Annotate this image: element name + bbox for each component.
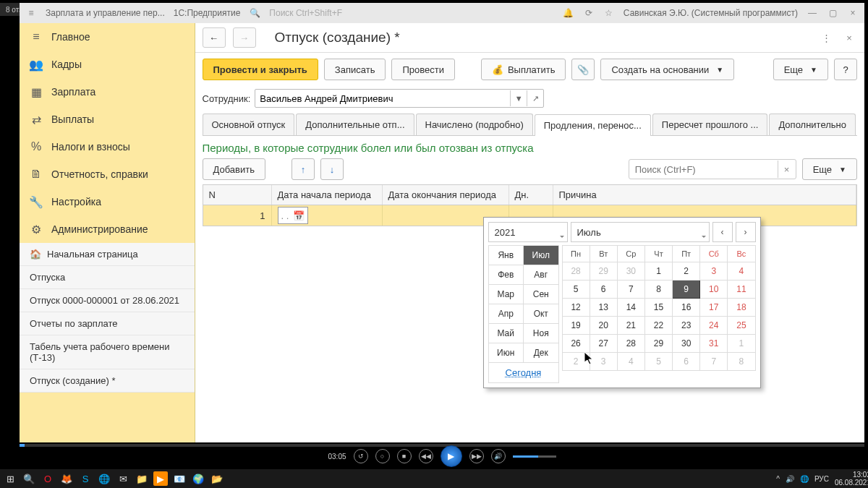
day-cell[interactable]: 1 (644, 262, 672, 281)
month-cell[interactable]: Фев (488, 265, 523, 285)
month-cell[interactable]: Дек (523, 343, 558, 363)
month-cell[interactable]: Янв (488, 246, 523, 265)
post-close-button[interactable]: Провести и закрыть (203, 59, 318, 80)
sound-icon[interactable]: 🔊 (786, 475, 794, 483)
day-cell[interactable]: 12 (562, 299, 590, 317)
year-select[interactable]: 2021 (488, 222, 568, 242)
day-cell[interactable]: 24 (700, 317, 728, 335)
stop-button[interactable]: ↺ (354, 449, 368, 463)
day-cell[interactable]: 28 (617, 335, 644, 353)
sidebar-item-3[interactable]: ⇄Выплаты (20, 106, 195, 133)
search-box[interactable]: × (629, 159, 796, 179)
day-cell[interactable]: 11 (728, 281, 755, 299)
history-icon[interactable]: ⟳ (583, 7, 595, 19)
lang-indicator[interactable]: РУС (814, 475, 829, 483)
move-down-button[interactable]: ↓ (320, 158, 344, 180)
day-cell[interactable]: 7 (617, 281, 644, 299)
stop2-button[interactable]: ■ (397, 449, 412, 463)
add-button[interactable]: Добавить (203, 158, 265, 180)
volume-slider[interactable] (513, 455, 556, 458)
help-button[interactable]: ? (834, 59, 857, 80)
sidebar-item-1[interactable]: 👥Кадры (20, 51, 195, 78)
clock[interactable]: 13:02 06.08.2021 (835, 471, 868, 487)
day-cell[interactable]: 15 (644, 299, 672, 317)
month-cell[interactable]: Сен (523, 285, 558, 304)
day-cell[interactable]: 9 (673, 281, 700, 299)
maximize-icon[interactable]: ▢ (827, 7, 838, 19)
day-cell[interactable]: 1 (728, 335, 755, 353)
save-button[interactable]: Записать (324, 59, 386, 80)
tab-2[interactable]: Начислено (подробно) (416, 114, 533, 135)
create-from-button[interactable]: Создать на основании▼ (600, 59, 734, 80)
day-cell[interactable]: 18 (728, 299, 755, 317)
day-cell[interactable]: 2 (673, 262, 700, 281)
chrome-icon[interactable]: 🌐 (97, 471, 111, 486)
employee-input[interactable] (255, 90, 510, 106)
skype-icon[interactable]: S (78, 471, 93, 486)
day-cell[interactable]: 10 (700, 281, 728, 299)
minimize-icon[interactable]: — (807, 7, 818, 19)
bell-icon[interactable]: 🔔 (563, 7, 574, 19)
month-cell[interactable]: Апр (488, 304, 523, 324)
day-cell[interactable]: 16 (673, 299, 700, 317)
day-cell[interactable]: 3 (590, 353, 617, 371)
search-icon[interactable]: 🔍 (22, 471, 36, 486)
day-cell[interactable]: 17 (700, 299, 728, 317)
day-cell[interactable]: 4 (728, 262, 755, 281)
rewind-button[interactable]: ◀◀ (419, 449, 433, 463)
loop-button[interactable]: ○ (375, 449, 390, 463)
folder-icon[interactable]: 📂 (210, 471, 224, 486)
day-cell[interactable]: 21 (617, 317, 644, 335)
close-doc-icon[interactable]: × (841, 30, 857, 46)
day-cell[interactable]: 13 (590, 299, 617, 317)
nav-link-5[interactable]: Отпуск (создание) * (20, 369, 195, 393)
nav-link-4[interactable]: Табель учета рабочего времени (Т-13) (20, 335, 195, 369)
move-up-button[interactable]: ↑ (292, 158, 315, 180)
sidebar-item-2[interactable]: ▦Зарплата (20, 78, 195, 106)
mail-icon[interactable]: ✉ (116, 471, 130, 486)
sidebar-item-4[interactable]: %Налоги и взносы (20, 133, 195, 160)
star-icon[interactable]: ☆ (603, 7, 615, 19)
network-icon[interactable]: 🌐 (800, 475, 809, 483)
nav-link-3[interactable]: Отчеты по зарплате (20, 312, 195, 335)
day-cell[interactable]: 8 (644, 281, 672, 299)
kebab-icon[interactable]: ⋮ (818, 30, 834, 46)
explorer-icon[interactable]: 📁 (135, 471, 149, 486)
outlook-icon[interactable]: 📧 (172, 471, 187, 486)
day-cell[interactable]: 28 (562, 262, 590, 281)
start-button[interactable]: ⊞ (3, 471, 17, 486)
day-cell[interactable]: 2 (562, 353, 590, 371)
nav-link-2[interactable]: Отпуск 0000-000001 от 28.06.2021 (20, 289, 195, 312)
month-cell[interactable]: Июн (488, 343, 523, 363)
volume-icon[interactable]: 🔊 (491, 449, 506, 463)
tab-0[interactable]: Основной отпуск (203, 114, 295, 135)
tab-4[interactable]: Пересчет прошлого ... (652, 114, 768, 135)
month-cell[interactable]: Окт (523, 304, 558, 324)
sidebar-item-0[interactable]: ≡Главное (20, 23, 195, 51)
sidebar-item-5[interactable]: 🗎Отчетность, справки (20, 160, 195, 188)
cell-start[interactable]: . . 📅 (272, 205, 383, 226)
day-cell[interactable]: 26 (562, 335, 590, 353)
month-cell[interactable]: Май (488, 324, 523, 343)
month-cell[interactable]: Авг (523, 265, 558, 285)
forward-button[interactable]: ▶▶ (469, 449, 484, 463)
day-cell[interactable]: 14 (617, 299, 644, 317)
opera-icon[interactable]: O (41, 471, 55, 486)
day-cell[interactable]: 29 (644, 335, 672, 353)
open-icon[interactable]: ↗ (527, 90, 543, 106)
day-cell[interactable]: 19 (562, 317, 590, 335)
firefox-icon[interactable]: 🦊 (59, 471, 74, 486)
pay-button[interactable]: 💰Выплатить (481, 59, 566, 80)
media-icon[interactable]: ▶ (153, 471, 168, 486)
system-tray[interactable]: ^ 🔊 🌐 РУС 13:02 06.08.2021 (776, 471, 868, 487)
today-link[interactable]: Сегодня (488, 363, 559, 383)
search-icon[interactable]: 🔍 (249, 7, 260, 19)
day-cell[interactable]: 20 (590, 317, 617, 335)
day-cell[interactable]: 29 (590, 262, 617, 281)
nav-link-0[interactable]: 🏠Начальная страница (20, 243, 195, 266)
tab-1[interactable]: Дополнительные отп... (296, 114, 414, 135)
forward-button[interactable]: → (233, 27, 256, 48)
employee-combo[interactable]: ▼ ↗ (255, 89, 544, 108)
chevron-down-icon[interactable]: ▼ (510, 90, 527, 106)
day-cell[interactable]: 6 (590, 281, 617, 299)
